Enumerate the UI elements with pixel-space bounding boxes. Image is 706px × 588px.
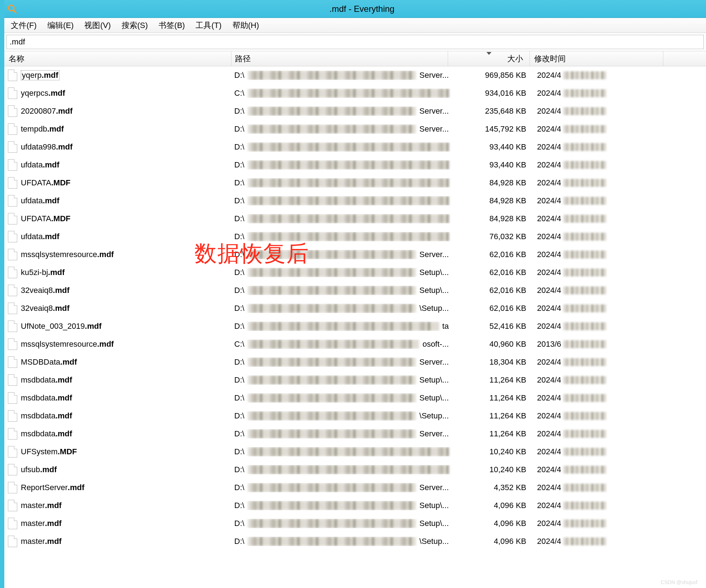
file-path: D:\ [234, 232, 451, 241]
table-row[interactable]: msdbdata.mdfD:\Setup\...11,264 KB2024/4 [4, 371, 706, 389]
header-size[interactable]: 大小 [448, 51, 530, 66]
menu-file[interactable]: 文件(F) [8, 19, 39, 32]
table-row[interactable]: UFSystem.MDFD:\10,240 KB2024/4 [4, 443, 706, 461]
file-size: 52,416 KB [451, 322, 533, 331]
table-row[interactable]: master.mdfD:\\Setup...4,096 KB2024/4 [4, 532, 706, 550]
file-date: 2024/4 [533, 429, 666, 438]
menubar: 文件(F) 编辑(E) 视图(V) 搜索(S) 书签(B) 工具(T) 帮助(H… [4, 18, 706, 33]
file-size: 40,960 KB [451, 340, 533, 349]
table-row[interactable]: mssqlsystemresource.mdfD:\Server...62,01… [4, 246, 706, 264]
file-name: ufdata998.mdf [21, 142, 234, 152]
file-name: yqerp.mdf [21, 70, 234, 80]
window-title: .mdf - Everything [21, 4, 703, 14]
file-path: D:\Server... [234, 106, 451, 116]
watermark: CSDN @shujuxf [661, 579, 697, 585]
results-list: yqerp.mdfD:\Server...969,856 KB2024/4yqe… [4, 66, 706, 550]
file-name: mssqlsystemresource.mdf [21, 250, 234, 259]
menu-view[interactable]: 视图(V) [81, 19, 113, 32]
table-row[interactable]: 32veaiq8.mdfD:\Setup\...62,016 KB2024/4 [4, 281, 706, 299]
file-icon [8, 536, 17, 547]
file-date: 2024/4 [533, 411, 666, 421]
table-row[interactable]: ufdata998.mdfD:\93,440 KB2024/4 [4, 138, 706, 156]
file-name: msdbdata.mdf [21, 375, 234, 385]
table-row[interactable]: 20200807.mdfD:\Server...235,648 KB2024/4 [4, 102, 706, 120]
file-date: 2024/4 [533, 142, 666, 152]
header-date[interactable]: 修改时间 [530, 51, 663, 66]
table-row[interactable]: ufdata.mdfD:\84,928 KB2024/4 [4, 192, 706, 210]
file-name: 20200807.mdf [21, 106, 234, 116]
table-row[interactable]: master.mdfD:\Setup\...4,096 KB2024/4 [4, 514, 706, 532]
file-name: msdbdata.mdf [21, 411, 234, 421]
table-row[interactable]: MSDBData.mdfD:\Server...18,304 KB2024/4 [4, 353, 706, 371]
file-date: 2024/4 [533, 393, 666, 403]
table-row[interactable]: 32veaiq8.mdfD:\\Setup...62,016 KB2024/4 [4, 299, 706, 317]
table-row[interactable]: ku5zi-bj.mdfD:\Setup\...62,016 KB2024/4 [4, 264, 706, 281]
file-path: D:\\Setup... [234, 537, 451, 546]
file-name: ufdata.mdf [21, 196, 234, 205]
file-date: 2024/4 [533, 465, 666, 474]
table-row[interactable]: ReportServer.mdfD:\Server...4,352 KB2024… [4, 479, 706, 497]
menu-bookmark[interactable]: 书签(B) [156, 19, 188, 32]
file-name: master.mdf [21, 537, 234, 546]
file-name: msdbdata.mdf [21, 393, 234, 403]
file-icon [8, 213, 17, 224]
menu-edit[interactable]: 编辑(E) [44, 19, 76, 32]
menu-help[interactable]: 帮助(H) [230, 19, 262, 32]
file-path: D:\Server... [234, 357, 451, 367]
file-size: 62,016 KB [451, 250, 533, 259]
file-date: 2024/4 [533, 106, 666, 116]
table-row[interactable]: ufsub.mdfD:\10,240 KB2024/4 [4, 461, 706, 479]
file-path: D:\Setup\... [234, 268, 451, 277]
file-name: tempdb.mdf [21, 124, 234, 134]
table-row[interactable]: yqerpcs.mdfC:\934,016 KB2024/4 [4, 84, 706, 102]
svg-line-1 [14, 10, 16, 13]
file-size: 4,096 KB [451, 519, 533, 528]
file-path: D:\Setup\... [234, 393, 451, 403]
file-size: 93,440 KB [451, 142, 533, 152]
table-row[interactable]: master.mdfD:\Setup\...4,096 KB2024/4 [4, 497, 706, 514]
table-row[interactable]: ufdata.mdfD:\76,032 KB2024/4 [4, 228, 706, 246]
file-date: 2024/4 [533, 322, 666, 331]
file-size: 11,264 KB [451, 375, 533, 385]
file-path: D:\ [234, 178, 451, 188]
file-date: 2024/4 [533, 501, 666, 510]
table-row[interactable]: msdbdata.mdfD:\\Setup...11,264 KB2024/4 [4, 407, 706, 425]
file-size: 84,928 KB [451, 214, 533, 223]
file-date: 2024/4 [533, 232, 666, 241]
table-row[interactable]: UFDATA.MDFD:\84,928 KB2024/4 [4, 210, 706, 228]
file-size: 4,352 KB [451, 483, 533, 492]
file-size: 10,240 KB [451, 447, 533, 456]
file-icon [8, 141, 17, 153]
file-date: 2024/4 [533, 519, 666, 528]
file-icon [8, 87, 17, 99]
file-size: 4,096 KB [451, 537, 533, 546]
table-row[interactable]: msdbdata.mdfD:\Server...11,264 KB2024/4 [4, 425, 706, 443]
table-row[interactable]: mssqlsystemresource.mdfC:\osoft-...40,96… [4, 335, 706, 353]
file-name: 32veaiq8.mdf [21, 286, 234, 295]
file-date: 2024/4 [533, 375, 666, 385]
header-name[interactable]: 名称 [4, 51, 231, 66]
table-row[interactable]: UfNote_003_2019.mdfD:\ta52,416 KB2024/4 [4, 317, 706, 335]
search-input[interactable] [6, 35, 704, 49]
search-bar [4, 33, 706, 51]
file-icon [8, 321, 17, 332]
table-row[interactable]: ufdata.mdfD:\93,440 KB2024/4 [4, 156, 706, 174]
file-icon [8, 482, 17, 493]
table-row[interactable]: tempdb.mdfD:\Server...145,792 KB2024/4 [4, 120, 706, 138]
sort-desc-icon [486, 52, 491, 55]
file-path: D:\ [234, 196, 451, 205]
file-name: ku5zi-bj.mdf [21, 268, 234, 277]
menu-search[interactable]: 搜索(S) [119, 19, 151, 32]
header-path[interactable]: 路径 [231, 51, 448, 66]
file-icon [8, 195, 17, 207]
file-size: 969,856 KB [451, 71, 533, 80]
table-row[interactable]: UFDATA.MDFD:\84,928 KB2024/4 [4, 174, 706, 192]
file-path: D:\ [234, 447, 451, 456]
table-row[interactable]: yqerp.mdfD:\Server...969,856 KB2024/4 [4, 66, 706, 84]
file-name: mssqlsystemresource.mdf [21, 340, 234, 349]
file-name: ufdata.mdf [21, 160, 234, 170]
menu-tools[interactable]: 工具(T) [193, 19, 224, 32]
table-row[interactable]: msdbdata.mdfD:\Setup\...11,264 KB2024/4 [4, 389, 706, 407]
file-icon [8, 518, 17, 529]
file-name: ufsub.mdf [21, 465, 234, 474]
